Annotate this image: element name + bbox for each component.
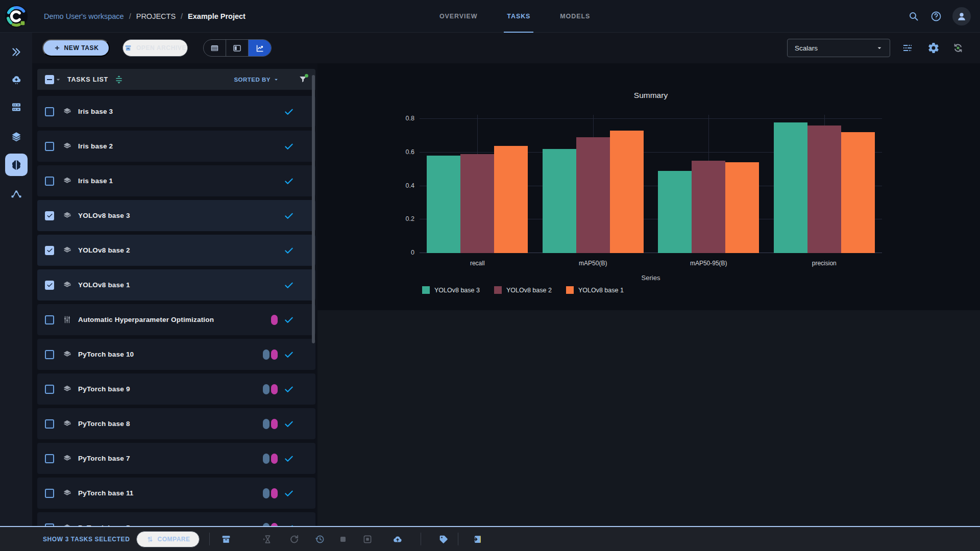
- task-row[interactable]: PyTorch base 5: [37, 512, 315, 526]
- sorted-by-button[interactable]: SORTED BY: [234, 77, 271, 83]
- sidebar-item-getting-started[interactable]: [5, 41, 28, 63]
- status-completed-icon: [284, 280, 294, 290]
- task-checkbox[interactable]: [45, 142, 54, 151]
- task-checkbox[interactable]: [45, 350, 54, 359]
- task-checkbox[interactable]: [45, 315, 54, 324]
- sidebar-item-datasets[interactable]: [5, 126, 28, 148]
- task-row[interactable]: Iris base 1: [37, 165, 315, 196]
- tag-steel: [263, 419, 270, 429]
- cloud-gear-icon: [10, 74, 22, 86]
- bar-yolov8-base-3-mAP50(B): [543, 149, 576, 253]
- publish-icon[interactable]: [392, 534, 403, 545]
- task-checkbox[interactable]: [45, 107, 54, 116]
- bar-yolov8-base-2-mAP50-95(B): [692, 161, 725, 253]
- tab-models[interactable]: MODELS: [557, 0, 593, 33]
- legend-swatch: [566, 286, 574, 294]
- task-layers-icon: [62, 488, 72, 498]
- sidebar-item-pipelines[interactable]: [5, 183, 28, 205]
- y-tick-label: 0: [390, 249, 414, 256]
- select-all-caret-icon[interactable]: [54, 76, 62, 84]
- task-row[interactable]: Automatic Hyperparameter Optimization: [37, 304, 315, 335]
- table-view-icon: [210, 43, 219, 53]
- bar-yolov8-base-3-precision: [774, 122, 807, 253]
- task-row[interactable]: PyTorch base 10: [37, 339, 315, 370]
- chart-legend: YOLOv8 base 3YOLOv8 base 2YOLOv8 base 1: [422, 286, 624, 294]
- chart-view-button[interactable]: [249, 40, 271, 56]
- new-task-label: NEW TASK: [64, 44, 99, 52]
- new-task-button[interactable]: NEW TASK: [42, 39, 110, 57]
- settings-gear-icon[interactable]: [927, 42, 940, 54]
- compare-button[interactable]: COMPARE: [136, 531, 200, 547]
- legend-item[interactable]: YOLOv8 base 3: [422, 286, 480, 294]
- task-checkbox[interactable]: [45, 246, 54, 255]
- task-row[interactable]: PyTorch base 7: [37, 443, 315, 474]
- tab-tasks[interactable]: TASKS: [504, 0, 533, 33]
- status-completed-icon: [284, 384, 294, 394]
- metric-variant-select[interactable]: Scalars: [787, 39, 890, 57]
- legend-item[interactable]: YOLOv8 base 2: [494, 286, 552, 294]
- task-checkbox[interactable]: [45, 177, 54, 186]
- enqueue-icon: [262, 534, 273, 545]
- table-view-button[interactable]: [204, 40, 226, 56]
- task-row[interactable]: YOLOv8 base 1: [37, 269, 315, 300]
- bar-yolov8-base-1-recall: [494, 146, 528, 253]
- compare-label: COMPARE: [158, 536, 190, 543]
- task-name: PyTorch base 7: [78, 455, 130, 462]
- chevron-down-icon: [875, 44, 884, 52]
- tune-icon[interactable]: [901, 42, 914, 54]
- bar-yolov8-base-3-recall: [427, 156, 460, 253]
- task-checkbox[interactable]: [45, 281, 54, 290]
- sidebar-item-workers-queues[interactable]: [5, 96, 28, 118]
- legend-label: YOLOv8 base 1: [578, 287, 624, 294]
- layers-stack-icon: [10, 131, 22, 143]
- help-icon[interactable]: [930, 10, 942, 22]
- search-icon[interactable]: [908, 10, 920, 22]
- split-view-button[interactable]: [226, 40, 249, 56]
- task-row[interactable]: PyTorch base 11: [37, 478, 315, 509]
- footer-divider: [421, 533, 421, 545]
- tab-overview[interactable]: OVERVIEW: [436, 0, 480, 33]
- task-checkbox[interactable]: [45, 419, 54, 429]
- clearml-logo-icon[interactable]: [5, 5, 28, 28]
- select-all-checkbox[interactable]: [45, 75, 54, 84]
- status-completed-icon: [284, 349, 294, 360]
- auto-refresh-icon[interactable]: [952, 42, 964, 54]
- sidebar-item-projects[interactable]: [5, 154, 28, 176]
- open-archive-button[interactable]: OPEN ARCHIVE: [122, 39, 188, 57]
- y-tick-label: 0.4: [390, 182, 414, 189]
- sort-order-icon[interactable]: [114, 75, 124, 84]
- task-row[interactable]: YOLOv8 base 3: [37, 200, 315, 231]
- graphs-panel: Summary 00.20.40.60.8recallmAP50(B)mAP50…: [317, 63, 980, 526]
- footer-divider: [458, 533, 458, 545]
- task-checkbox[interactable]: [45, 385, 54, 394]
- top-bar: Demo User's workspace/PROJECTS/Example P…: [0, 0, 980, 33]
- legend-item[interactable]: YOLOv8 base 1: [566, 286, 624, 294]
- task-row[interactable]: YOLOv8 base 2: [37, 235, 315, 266]
- task-checkbox[interactable]: [45, 489, 54, 498]
- x-category-label: recall: [420, 260, 535, 267]
- task-row[interactable]: PyTorch base 8: [37, 408, 315, 439]
- brain-icon: [10, 159, 22, 171]
- filter-button[interactable]: [298, 74, 308, 85]
- breadcrumb-item[interactable]: PROJECTS: [136, 12, 176, 20]
- task-row[interactable]: Iris base 2: [37, 131, 315, 162]
- task-row[interactable]: PyTorch base 9: [37, 373, 315, 405]
- task-layers-icon: [62, 454, 72, 463]
- tag-steel: [263, 349, 270, 360]
- tasks-list-header: TASKS LIST SORTED BY: [37, 69, 315, 90]
- task-checkbox[interactable]: [45, 211, 54, 220]
- add-tag-icon[interactable]: [438, 534, 449, 545]
- sorted-by-caret-icon[interactable]: [273, 76, 280, 83]
- breadcrumb-item[interactable]: Demo User's workspace: [44, 12, 124, 20]
- user-avatar[interactable]: [952, 7, 971, 26]
- move-to-project-icon[interactable]: [471, 534, 482, 545]
- archive-icon[interactable]: [220, 534, 232, 545]
- task-row[interactable]: Iris base 3: [37, 96, 315, 127]
- bar-yolov8-base-3-mAP50-95(B): [658, 171, 692, 253]
- breadcrumb-item[interactable]: Example Project: [188, 12, 246, 20]
- sidebar-item-autoscalers[interactable]: [5, 69, 28, 91]
- task-name: Iris base 2: [78, 142, 113, 150]
- task-checkbox[interactable]: [45, 454, 54, 463]
- tasks-scrollbar[interactable]: [312, 75, 315, 343]
- show-selected-button[interactable]: SHOW 3 TASKS SELECTED: [43, 527, 130, 551]
